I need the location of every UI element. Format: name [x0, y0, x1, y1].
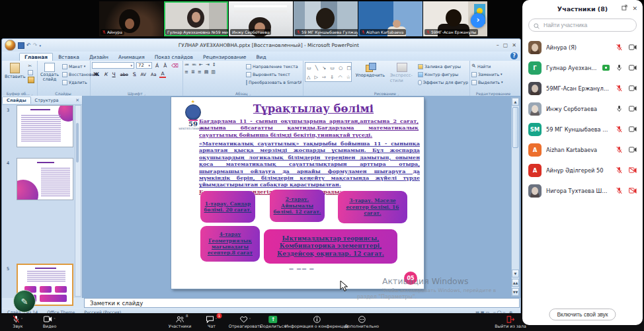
participant-row[interactable]: Айнура (Я)	[522, 37, 643, 57]
minimize-button[interactable]: –	[497, 42, 499, 48]
reactions-button[interactable]: ˄ Отреагировать	[229, 315, 262, 328]
italic-button[interactable]: К	[102, 71, 108, 77]
participant-row[interactable]: Инжу Серботаева	[522, 98, 643, 119]
scrollbar-thumb[interactable]	[512, 107, 518, 148]
save-icon[interactable]	[18, 42, 24, 49]
video-options-chevron[interactable]: ˄	[54, 317, 56, 322]
thumbnail-scrollbar[interactable]	[75, 105, 81, 297]
shape-effects-button[interactable]: Эффекты для фигур	[418, 79, 468, 86]
close-panel-icon[interactable]: ✕	[632, 5, 637, 12]
align-left-button[interactable]: ≡	[184, 69, 189, 75]
close-button[interactable]: ✕	[512, 42, 516, 48]
audio-options-chevron[interactable]: ˄	[21, 317, 23, 322]
align-text-button[interactable]: Выровнять текст	[246, 71, 302, 78]
cut-icon[interactable]: ✂	[28, 63, 34, 69]
tab-insert[interactable]: Вставка	[54, 54, 84, 61]
maximize-button[interactable]: ▢	[503, 42, 508, 48]
font-name-combo[interactable]	[92, 62, 134, 69]
participant-row[interactable]: A Aizhan Kartabaeva	[522, 139, 643, 160]
convert-smartart-button[interactable]: Преобразовать в SmartArt	[246, 79, 302, 86]
bullets-button[interactable]: ≔	[184, 62, 190, 67]
office-button[interactable]	[5, 40, 16, 51]
columns-button[interactable]: ▥	[211, 69, 216, 75]
align-center-button[interactable]: ≣	[191, 69, 196, 75]
unmute-self-button[interactable]: Включить свой звук	[549, 309, 616, 320]
video-tile-active-speaker[interactable]: Гулнар Ауезхановна №59 мект	[164, 1, 228, 36]
meeting-info-button[interactable]: Информация о конференции	[285, 315, 348, 328]
next-videos-button[interactable]: ›	[471, 13, 485, 28]
participant-row[interactable]: SM 59 МГ Куншыбаева Гулжаухар	[522, 119, 643, 139]
participants-button[interactable]: 8 Участники	[169, 315, 192, 328]
replace-button[interactable]: Заменить▾	[471, 71, 516, 78]
tab-review[interactable]: Рецензирование	[198, 54, 251, 61]
justify-button[interactable]: ▤	[204, 69, 210, 75]
participant-row[interactable]: A Айнұр Әділгерей 50	[522, 160, 643, 180]
video-tile[interactable]: Айнура	[99, 1, 163, 36]
shapes-gallery[interactable]: ▭ ╲ ↘ ▭ ○ □ △ ▷ ⇨ ⇩ ◠ ☆	[305, 62, 352, 82]
slide-thumbnail-3[interactable]	[17, 105, 73, 147]
text-shadow-button[interactable]: S	[132, 71, 138, 77]
shrink-font-button[interactable]: А̌	[162, 63, 168, 69]
increase-indent-button[interactable]: ⇥	[206, 62, 210, 67]
align-right-button[interactable]: ≡	[198, 69, 202, 75]
tab-slideshow[interactable]: Показ слайдов	[150, 54, 198, 61]
participant-search-box[interactable]	[528, 18, 637, 32]
scroll-up-icon[interactable]: ▲	[512, 98, 519, 106]
font-group-label[interactable]: Шрифт	[91, 91, 182, 96]
participant-row[interactable]: Нигора Тухтаева Школа - гимназия ...	[522, 180, 643, 201]
video-button[interactable]: ˄ Видео	[43, 315, 57, 328]
tab-design[interactable]: Дизайн	[85, 54, 113, 61]
arrange-button[interactable]: Упорядочить	[354, 62, 386, 79]
decrease-indent-button[interactable]: ⇤	[199, 62, 204, 67]
notes-pane[interactable]: Заметки к слайду	[84, 298, 520, 308]
new-slide-button[interactable]: Создать слайд	[39, 62, 60, 86]
find-button[interactable]: 🔍︎Найти	[471, 63, 516, 70]
video-tile[interactable]: Инжу Серботаева	[229, 1, 293, 36]
tab-home[interactable]: Главная	[19, 53, 53, 61]
tab-outline[interactable]: Структура	[31, 97, 63, 104]
quick-styles-button[interactable]: Экспресс-стили	[389, 62, 415, 84]
annotate-pencil-button[interactable]: ✎	[13, 290, 36, 313]
next-slide-icon[interactable]: ▼▼	[512, 288, 519, 296]
scroll-down-icon[interactable]: ▼	[512, 270, 519, 277]
audio-button[interactable]: ˄ Звук	[13, 315, 22, 328]
slide-thumbnail-4[interactable]	[17, 158, 73, 200]
popout-panel-icon[interactable]	[622, 5, 627, 12]
select-button[interactable]: Выделить▾	[471, 79, 516, 86]
video-tile[interactable]: Aizhan Kartabaeva	[358, 1, 423, 36]
copy-icon[interactable]	[28, 70, 33, 75]
text-direction-button[interactable]: Направление текста	[246, 63, 302, 70]
close-panel-icon[interactable]: ✕	[75, 98, 82, 103]
help-button[interactable]: ?	[510, 52, 518, 59]
tab-slides-thumbs[interactable]: Слайды	[2, 96, 31, 104]
participant-row[interactable]: Г Гулнар Ауезхановна №59 мекте...	[522, 57, 643, 78]
format-painter-icon[interactable]	[28, 77, 34, 83]
drawing-group-label[interactable]: Рисование	[303, 91, 469, 96]
numbering-button[interactable]: ≕	[192, 62, 197, 67]
more-button[interactable]: Дополнительно	[344, 315, 379, 328]
clear-formatting-button[interactable]: ⌫	[170, 63, 180, 69]
share-screen-button[interactable]: ↑ Поделиться	[260, 315, 286, 328]
undo-icon[interactable]: ↶	[26, 42, 31, 48]
redo-icon[interactable]: ↷	[33, 42, 38, 48]
clipboard-group-label[interactable]: Буфер об...	[2, 91, 37, 96]
character-spacing-button[interactable]: AV	[140, 72, 147, 77]
strikethrough-button[interactable]: abе	[119, 72, 130, 77]
change-case-button[interactable]: Aa	[149, 72, 157, 77]
shape-fill-button[interactable]: Заливка фигуры	[418, 63, 468, 70]
slide-scrollbar[interactable]: ▲ ▼ ▲▲ ▼▼	[511, 97, 520, 297]
tab-view[interactable]: Вид	[251, 54, 270, 61]
bold-button[interactable]: Ж	[92, 71, 101, 77]
underline-button[interactable]: Ч	[111, 71, 117, 77]
leave-meeting-button[interactable]: Выйти из зала	[495, 315, 526, 328]
chat-button[interactable]: 1˄ Чат	[206, 315, 218, 328]
font-size-combo[interactable]: 72	[136, 62, 152, 69]
ppt-title-bar[interactable]: ↶ ↷ ▾ ГУЛНАР АУЕЗХАНОВНА.pptx [Восстанов…	[2, 39, 520, 52]
tab-animation[interactable]: Анимация	[114, 54, 149, 61]
shape-outline-button[interactable]: Контур фигуры	[418, 71, 468, 78]
search-input[interactable]	[542, 21, 631, 29]
font-color-button[interactable]: А	[159, 71, 165, 78]
quick-access-toolbar[interactable]: ↶ ↷ ▾	[18, 42, 41, 49]
grow-font-button[interactable]: А́	[154, 63, 160, 69]
paragraph-group-label[interactable]: Абзац	[183, 91, 303, 96]
